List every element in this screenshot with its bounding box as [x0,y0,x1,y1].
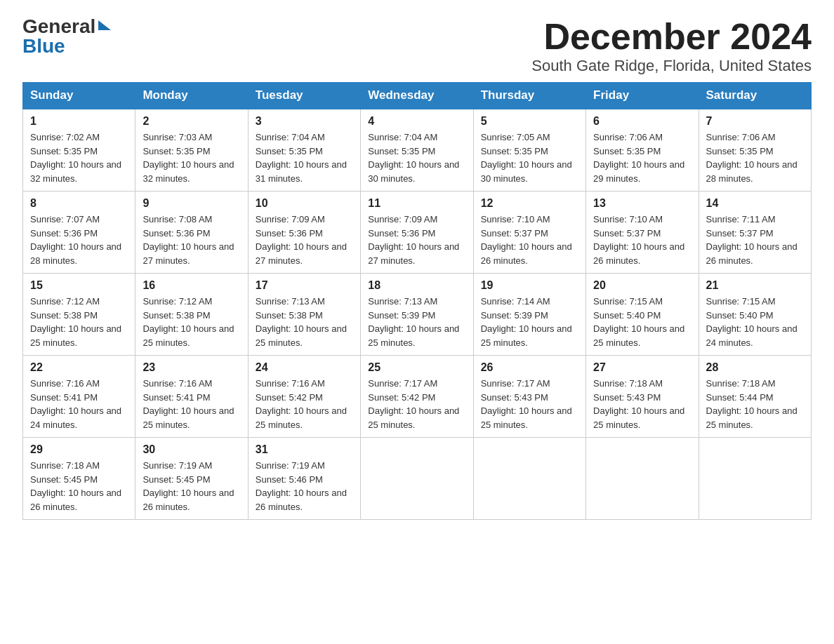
sunrise-text: Sunrise: 7:16 AM [30,378,100,389]
day-info: Sunrise: 7:13 AM Sunset: 5:39 PM Dayligh… [368,295,465,349]
sunrise-text: Sunrise: 7:07 AM [30,214,100,224]
day-info: Sunrise: 7:11 AM Sunset: 5:37 PM Dayligh… [706,213,804,267]
sunset-text: Sunset: 5:37 PM [706,228,774,239]
calendar-day-cell: 22 Sunrise: 7:16 AM Sunset: 5:41 PM Dayl… [23,356,135,438]
daylight-text: Daylight: 10 hours and 25 minutes. [143,323,234,348]
day-info: Sunrise: 7:07 AM Sunset: 5:36 PM Dayligh… [30,213,128,267]
calendar-day-cell: 8 Sunrise: 7:07 AM Sunset: 5:36 PM Dayli… [23,192,135,274]
daylight-text: Daylight: 10 hours and 26 minutes. [481,241,572,266]
calendar-day-cell: 20 Sunrise: 7:15 AM Sunset: 5:40 PM Dayl… [586,274,699,356]
daylight-text: Daylight: 10 hours and 24 minutes. [30,405,121,430]
sunrise-text: Sunrise: 7:06 AM [593,132,663,142]
sunrise-text: Sunrise: 7:15 AM [706,296,776,307]
sunset-text: Sunset: 5:40 PM [706,310,774,321]
daylight-text: Daylight: 10 hours and 25 minutes. [593,323,684,348]
day-number: 3 [256,115,353,128]
day-info: Sunrise: 7:15 AM Sunset: 5:40 PM Dayligh… [593,295,691,349]
daylight-text: Daylight: 10 hours and 25 minutes. [481,323,572,348]
sunrise-text: Sunrise: 7:08 AM [143,214,212,224]
sunset-text: Sunset: 5:36 PM [143,228,210,239]
daylight-text: Daylight: 10 hours and 25 minutes. [30,323,121,348]
logo-arrow-icon [98,20,111,30]
day-info: Sunrise: 7:19 AM Sunset: 5:45 PM Dayligh… [143,459,240,514]
sunset-text: Sunset: 5:35 PM [368,146,435,156]
calendar-header-row: SundayMondayTuesdayWednesdayThursdayFrid… [23,83,812,109]
logo-blue-text: Blue [22,36,65,56]
day-info: Sunrise: 7:18 AM Sunset: 5:44 PM Dayligh… [706,377,804,431]
page-title: December 2024 [531,17,812,57]
day-number: 11 [368,197,465,210]
sunset-text: Sunset: 5:41 PM [143,392,210,403]
sunset-text: Sunset: 5:39 PM [481,310,548,321]
sunrise-text: Sunrise: 7:04 AM [368,132,437,142]
sunrise-text: Sunrise: 7:14 AM [481,296,550,307]
sunrise-text: Sunrise: 7:04 AM [256,132,325,142]
daylight-text: Daylight: 10 hours and 27 minutes. [143,241,234,266]
day-number: 31 [256,443,353,456]
sunrise-text: Sunrise: 7:03 AM [143,132,212,142]
day-number: 15 [30,279,128,292]
calendar-week-row: 15 Sunrise: 7:12 AM Sunset: 5:38 PM Dayl… [23,274,812,356]
sunrise-text: Sunrise: 7:10 AM [593,214,663,224]
sunset-text: Sunset: 5:40 PM [593,310,661,321]
calendar-day-cell: 11 Sunrise: 7:09 AM Sunset: 5:36 PM Dayl… [361,192,473,274]
daylight-text: Daylight: 10 hours and 24 minutes. [706,323,797,348]
calendar-day-cell: 21 Sunrise: 7:15 AM Sunset: 5:40 PM Dayl… [699,274,811,356]
day-of-week-header: Tuesday [248,83,360,109]
day-info: Sunrise: 7:16 AM Sunset: 5:42 PM Dayligh… [256,377,353,431]
day-info: Sunrise: 7:17 AM Sunset: 5:42 PM Dayligh… [368,377,465,431]
day-info: Sunrise: 7:14 AM Sunset: 5:39 PM Dayligh… [481,295,578,349]
daylight-text: Daylight: 10 hours and 29 minutes. [593,159,684,184]
daylight-text: Daylight: 10 hours and 26 minutes. [30,488,121,512]
sunrise-text: Sunrise: 7:18 AM [706,378,776,389]
day-info: Sunrise: 7:06 AM Sunset: 5:35 PM Dayligh… [593,130,691,185]
sunset-text: Sunset: 5:39 PM [368,310,435,321]
sunrise-text: Sunrise: 7:06 AM [706,132,776,142]
day-info: Sunrise: 7:12 AM Sunset: 5:38 PM Dayligh… [143,295,240,349]
sunset-text: Sunset: 5:36 PM [256,228,323,239]
day-number: 10 [256,197,353,210]
daylight-text: Daylight: 10 hours and 25 minutes. [706,405,797,430]
day-info: Sunrise: 7:16 AM Sunset: 5:41 PM Dayligh… [143,377,240,431]
sunset-text: Sunset: 5:46 PM [256,474,323,485]
sunrise-text: Sunrise: 7:09 AM [256,214,325,224]
calendar-day-cell: 9 Sunrise: 7:08 AM Sunset: 5:36 PM Dayli… [135,192,248,274]
day-of-week-header: Thursday [473,83,585,109]
sunrise-text: Sunrise: 7:12 AM [143,296,212,307]
logo: General Blue [22,17,111,56]
calendar-day-cell: 27 Sunrise: 7:18 AM Sunset: 5:43 PM Dayl… [586,356,699,438]
calendar-week-row: 8 Sunrise: 7:07 AM Sunset: 5:36 PM Dayli… [23,192,812,274]
sunset-text: Sunset: 5:36 PM [30,228,98,239]
daylight-text: Daylight: 10 hours and 30 minutes. [481,159,572,184]
daylight-text: Daylight: 10 hours and 25 minutes. [593,405,684,430]
sunrise-text: Sunrise: 7:19 AM [143,460,212,471]
calendar-day-cell [473,438,585,520]
sunrise-text: Sunrise: 7:11 AM [706,214,776,224]
day-info: Sunrise: 7:10 AM Sunset: 5:37 PM Dayligh… [593,213,691,267]
page-subtitle: South Gate Ridge, Florida, United States [531,57,812,75]
day-info: Sunrise: 7:03 AM Sunset: 5:35 PM Dayligh… [143,130,240,185]
day-info: Sunrise: 7:08 AM Sunset: 5:36 PM Dayligh… [143,213,240,267]
calendar-day-cell: 24 Sunrise: 7:16 AM Sunset: 5:42 PM Dayl… [248,356,360,438]
day-number: 26 [481,361,578,374]
day-number: 28 [706,361,804,374]
day-info: Sunrise: 7:18 AM Sunset: 5:45 PM Dayligh… [30,459,128,514]
sunrise-text: Sunrise: 7:13 AM [368,296,437,307]
day-info: Sunrise: 7:16 AM Sunset: 5:41 PM Dayligh… [30,377,128,431]
day-number: 27 [593,361,691,374]
day-number: 19 [481,279,578,292]
sunrise-text: Sunrise: 7:02 AM [30,132,100,142]
calendar-day-cell: 18 Sunrise: 7:13 AM Sunset: 5:39 PM Dayl… [361,274,473,356]
calendar-day-cell: 3 Sunrise: 7:04 AM Sunset: 5:35 PM Dayli… [248,109,360,192]
sunrise-text: Sunrise: 7:15 AM [593,296,663,307]
calendar-week-row: 29 Sunrise: 7:18 AM Sunset: 5:45 PM Dayl… [23,438,812,520]
sunrise-text: Sunrise: 7:16 AM [256,378,325,389]
day-number: 5 [481,115,578,128]
daylight-text: Daylight: 10 hours and 28 minutes. [30,241,121,266]
daylight-text: Daylight: 10 hours and 25 minutes. [481,405,572,430]
day-info: Sunrise: 7:17 AM Sunset: 5:43 PM Dayligh… [481,377,578,431]
sunrise-text: Sunrise: 7:16 AM [143,378,212,389]
day-number: 30 [143,443,240,456]
day-info: Sunrise: 7:18 AM Sunset: 5:43 PM Dayligh… [593,377,691,431]
calendar-day-cell: 23 Sunrise: 7:16 AM Sunset: 5:41 PM Dayl… [135,356,248,438]
